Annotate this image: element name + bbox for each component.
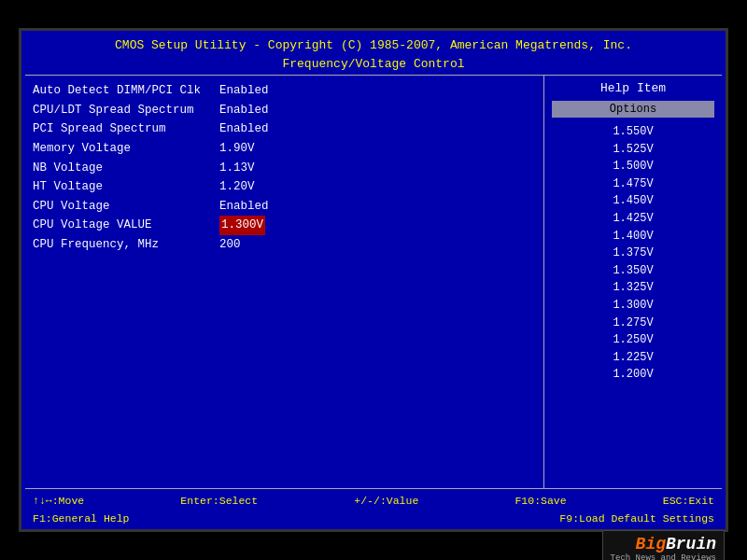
- settings-row: NB Voltage1.13V: [33, 159, 536, 178]
- enter-hint: Enter:Select: [180, 493, 258, 510]
- option-item: 1.200V: [552, 366, 714, 384]
- footer-line2: F1:General Help F9:Load Default Settings: [33, 511, 714, 527]
- brand-tagline: Tech News and Reviews: [611, 553, 716, 560]
- row-value: 1.90V: [219, 139, 255, 159]
- f10-hint: F10:Save: [514, 493, 566, 510]
- f1-hint: F1:General Help: [33, 511, 130, 527]
- row-value: Enabled: [219, 119, 269, 139]
- bios-header: CMOS Setup Utility - Copyright (C) 1985-…: [21, 31, 726, 75]
- option-item: 1.225V: [552, 349, 714, 367]
- row-value: 1.13V: [219, 159, 255, 178]
- brand-name: BigBruin: [611, 535, 716, 553]
- settings-panel: Auto Detect DIMM/PCI ClkEnabledCPU/LDT S…: [25, 76, 544, 488]
- esc-hint: ESC:Exit: [663, 493, 714, 510]
- row-label: NB Voltage: [33, 159, 219, 178]
- option-item: 1.250V: [552, 331, 714, 349]
- help-title: Help Item: [600, 81, 666, 95]
- row-label: PCI Spread Spectrum: [33, 119, 219, 139]
- main-area: Auto Detect DIMM/PCI ClkEnabledCPU/LDT S…: [25, 75, 722, 488]
- row-label: CPU Voltage VALUE: [33, 216, 219, 235]
- value-hint: +/-/:Value: [354, 493, 418, 510]
- settings-row: Memory Voltage1.90V: [33, 139, 536, 159]
- nav-hint: ↑↓↔:Move: [33, 493, 84, 510]
- settings-row: CPU Frequency, MHz200: [33, 235, 536, 255]
- option-item: 1.475V: [552, 175, 714, 193]
- row-value: 200: [219, 235, 241, 255]
- option-item: 1.325V: [552, 279, 714, 297]
- settings-row: HT Voltage1.20V: [33, 177, 536, 197]
- row-label: CPU Voltage: [33, 197, 219, 217]
- header-line1: CMOS Setup Utility - Copyright (C) 1985-…: [25, 36, 722, 55]
- option-item: 1.350V: [552, 262, 714, 280]
- options-label: Options: [552, 101, 714, 118]
- option-item: 1.375V: [552, 245, 714, 262]
- header-line2: Frequency/Voltage Control: [25, 55, 722, 74]
- settings-row: CPU Voltage VALUE1.300V: [33, 216, 536, 235]
- row-value: Enabled: [219, 101, 269, 120]
- option-item: 1.300V: [552, 297, 714, 315]
- row-value: Enabled: [219, 81, 269, 101]
- settings-row: Auto Detect DIMM/PCI ClkEnabled: [33, 81, 536, 101]
- settings-row: PCI Spread SpectrumEnabled: [33, 119, 536, 139]
- row-label: CPU/LDT Spread Spectrum: [33, 101, 219, 120]
- nav-key: ↑↓↔:Move: [33, 495, 84, 507]
- row-value: 1.20V: [219, 177, 255, 197]
- help-panel: Help Item Options 1.550V1.525V1.500V1.47…: [544, 76, 722, 488]
- brand-watermark: BigBruin Tech News and Reviews: [602, 530, 725, 560]
- row-value: Enabled: [219, 197, 269, 217]
- option-item: 1.525V: [552, 141, 714, 159]
- option-item: 1.275V: [552, 315, 714, 332]
- f9-hint: F9:Load Default Settings: [559, 511, 714, 527]
- bios-screen: CMOS Setup Utility - Copyright (C) 1985-…: [19, 28, 728, 532]
- row-value: 1.300V: [219, 216, 265, 235]
- option-item: 1.425V: [552, 210, 714, 228]
- row-label: HT Voltage: [33, 177, 219, 197]
- row-label: Auto Detect DIMM/PCI Clk: [33, 81, 219, 101]
- row-label: Memory Voltage: [33, 139, 219, 159]
- option-item: 1.550V: [552, 123, 714, 141]
- settings-row: CPU/LDT Spread SpectrumEnabled: [33, 101, 536, 120]
- option-item: 1.450V: [552, 192, 714, 210]
- settings-row: CPU VoltageEnabled: [33, 197, 536, 217]
- footer-line1: ↑↓↔:Move Enter:Select +/-/:Value F10:Sav…: [33, 493, 714, 510]
- option-item: 1.500V: [552, 158, 714, 175]
- options-list: 1.550V1.525V1.500V1.475V1.450V1.425V1.40…: [552, 123, 714, 384]
- row-label: CPU Frequency, MHz: [33, 235, 219, 255]
- option-item: 1.400V: [552, 228, 714, 245]
- footer: ↑↓↔:Move Enter:Select +/-/:Value F10:Sav…: [25, 488, 722, 529]
